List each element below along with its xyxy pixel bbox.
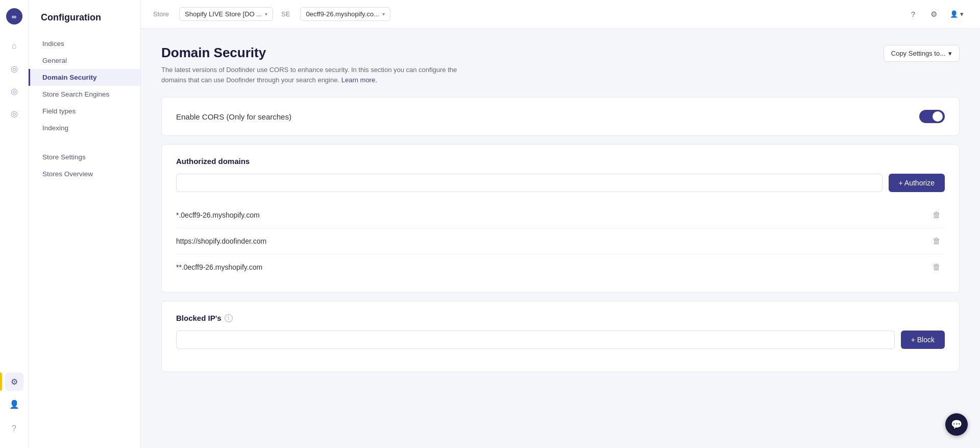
home-icon-button[interactable]: ⌂ <box>5 37 23 55</box>
page-header: Domain Security The latest versions of D… <box>161 45 960 85</box>
user-chevron-icon: ▾ <box>960 10 964 18</box>
se-label: SE <box>281 10 290 18</box>
cors-row: Enable CORS (Only for searches) <box>176 110 945 123</box>
blocked-ips-title: Blocked IP's <box>176 314 222 322</box>
delete-domain-2-button[interactable]: 🗑 <box>928 261 945 274</box>
search2-icon-button[interactable]: ◎ <box>5 82 23 100</box>
store-label: Store <box>153 10 169 18</box>
domain-input-row: + Authorize <box>176 174 945 192</box>
delete-domain-0-button[interactable]: 🗑 <box>928 208 945 222</box>
user-topbar-icon: 👤 <box>950 10 958 18</box>
blocked-ips-title-row: Blocked IP's i <box>176 314 945 322</box>
settings-icon-button[interactable]: ⚙ <box>5 372 23 391</box>
nav-item-domain-security[interactable]: Domain Security <box>29 69 140 86</box>
blocked-ip-input-row: + Block <box>176 331 945 349</box>
nav-item-field-types[interactable]: Field types <box>29 103 140 120</box>
sidebar-search2-item: ◎ <box>0 82 28 100</box>
nav-item-stores-overview[interactable]: Stores Overview <box>29 166 140 182</box>
authorize-button[interactable]: + Authorize <box>889 174 945 192</box>
block-button[interactable]: + Block <box>901 331 945 349</box>
page-description: The latest versions of Doofinder use COR… <box>161 65 468 85</box>
domain-row: **.0ecff9-26.myshopify.com 🗑 <box>176 254 945 280</box>
sidebar-search1-item: ◎ <box>0 59 28 78</box>
content-area: Domain Security The latest versions of D… <box>141 29 980 448</box>
sidebar-search3-item: ◎ <box>0 104 28 123</box>
icon-sidebar: ∞ ⌂ ◎ ◎ ◎ ⚙ 👤 ? <box>0 0 29 448</box>
se-select[interactable]: 0ecff9-26.myshopify.co... ▾ <box>300 7 390 21</box>
nav-item-indexing[interactable]: Indexing <box>29 120 140 136</box>
copy-settings-label: Copy Settings to... <box>891 50 945 57</box>
gear-topbar-button[interactable]: ⚙ <box>925 6 942 22</box>
domain-value: *.0ecff9-26.myshopify.com <box>176 211 260 219</box>
nav-item-store-settings[interactable]: Store Settings <box>29 149 140 166</box>
cors-label: Enable CORS (Only for searches) <box>176 112 291 121</box>
nav-sidebar: Configuration Indices General Domain Sec… <box>29 0 141 448</box>
domain-row: https://shopify.doofinder.com 🗑 <box>176 228 945 254</box>
topbar-icons: ? ⚙ 👤 ▾ <box>905 6 968 22</box>
domain-value: **.0ecff9-26.myshopify.com <box>176 263 262 271</box>
sidebar-user-item: 👤 <box>0 395 28 415</box>
se-chevron-icon: ▾ <box>382 11 385 17</box>
page-header-left: Domain Security The latest versions of D… <box>161 45 468 85</box>
domain-value: https://shopify.doofinder.com <box>176 237 266 245</box>
se-select-value: 0ecff9-26.myshopify.co... <box>306 10 379 18</box>
cors-toggle-slider <box>919 110 945 123</box>
page-desc-text: The latest versions of Doofinder use COR… <box>161 66 457 84</box>
user-topbar-button[interactable]: 👤 ▾ <box>946 8 968 20</box>
nav-item-indices[interactable]: Indices <box>29 35 140 52</box>
active-indicator <box>0 372 2 391</box>
store-select-value: Shopify LIVE Store [DO ... <box>185 10 262 18</box>
blocked-ip-input[interactable] <box>176 331 895 349</box>
learn-more-link[interactable]: Learn more. <box>341 76 377 84</box>
blocked-ips-card: Blocked IP's i + Block <box>161 301 960 372</box>
domain-list: *.0ecff9-26.myshopify.com 🗑 https://shop… <box>176 202 945 280</box>
sidebar-home-item: ⌂ <box>0 37 28 55</box>
user-icon-button[interactable]: 👤 <box>5 395 23 413</box>
help-icon-button[interactable]: ? <box>5 419 23 438</box>
app-logo: ∞ <box>6 8 22 25</box>
chat-bubble-button[interactable]: 💬 <box>945 413 968 436</box>
authorized-domains-title: Authorized domains <box>176 157 945 166</box>
sidebar-settings-item: ⚙ <box>0 372 28 391</box>
store-chevron-icon: ▾ <box>265 11 267 17</box>
nav-group-store: Store Settings Stores Overview <box>29 149 140 182</box>
nav-item-general[interactable]: General <box>29 52 140 69</box>
topbar: Store Shopify LIVE Store [DO ... ▾ SE 0e… <box>141 0 980 29</box>
domain-input[interactable] <box>176 174 883 192</box>
copy-settings-button[interactable]: Copy Settings to... ▾ <box>884 45 960 62</box>
page-title: Domain Security <box>161 45 468 61</box>
cors-card: Enable CORS (Only for searches) <box>161 97 960 136</box>
copy-settings-chevron-icon: ▾ <box>948 50 952 57</box>
sidebar-help-item: ? <box>0 419 28 440</box>
help-topbar-button[interactable]: ? <box>905 6 921 22</box>
nav-title: Configuration <box>29 12 140 35</box>
info-icon[interactable]: i <box>225 314 233 322</box>
search1-icon-button[interactable]: ◎ <box>5 59 23 78</box>
store-select[interactable]: Shopify LIVE Store [DO ... ▾ <box>179 7 273 21</box>
domain-row: *.0ecff9-26.myshopify.com 🗑 <box>176 202 945 228</box>
block-btn-label: + Block <box>911 336 935 344</box>
authorize-btn-label: + Authorize <box>899 179 935 187</box>
nav-item-store-search-engines[interactable]: Store Search Engines <box>29 86 140 103</box>
main-area: Store Shopify LIVE Store [DO ... ▾ SE 0e… <box>141 0 980 448</box>
chat-icon: 💬 <box>951 419 962 430</box>
cors-toggle[interactable] <box>919 110 945 123</box>
search3-icon-button[interactable]: ◎ <box>5 104 23 123</box>
authorized-domains-card: Authorized domains + Authorize *.0ecff9-… <box>161 144 960 293</box>
delete-domain-1-button[interactable]: 🗑 <box>928 234 945 248</box>
